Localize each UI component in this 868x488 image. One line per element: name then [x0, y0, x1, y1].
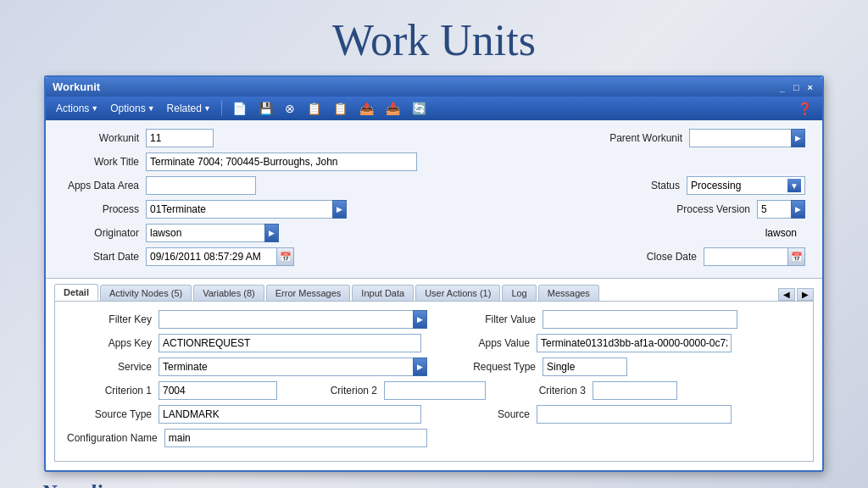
actions-label: Actions: [56, 103, 89, 114]
parent-workunit-label: Parent Workunit: [606, 132, 682, 144]
apps-data-area-input[interactable]: [146, 176, 256, 195]
new-icon[interactable]: 📄: [229, 100, 250, 117]
request-type-input[interactable]: [542, 358, 627, 376]
tab-input-data[interactable]: Input Data: [352, 285, 414, 301]
filter-key-arrow-btn[interactable]: ▶: [413, 310, 427, 329]
originator-input[interactable]: [146, 224, 264, 242]
export-icon[interactable]: 📤: [356, 100, 377, 117]
close-date-field: 📅: [704, 247, 805, 266]
help-icon[interactable]: ❓: [794, 100, 815, 117]
detail-row-apps: Apps Key Apps Value: [67, 334, 801, 352]
close-button[interactable]: ×: [805, 82, 815, 92]
options-menu[interactable]: Options ▼: [107, 101, 158, 116]
status-select[interactable]: Processing ▼: [687, 176, 805, 195]
filter-key-label: Filter Key: [67, 313, 152, 325]
copy-icon[interactable]: 📋: [303, 100, 325, 117]
request-type-label: Request Type: [451, 361, 536, 373]
actions-menu[interactable]: Actions ▼: [53, 101, 102, 116]
form-row-originator: Originator ▶ lawson: [63, 224, 805, 242]
save-icon[interactable]: 💾: [255, 100, 276, 117]
apps-key-input[interactable]: [159, 334, 421, 352]
tab-messages[interactable]: Messages: [538, 285, 599, 301]
nogalis-brand: NogalisInc: [41, 480, 142, 488]
apps-value-input[interactable]: [537, 334, 732, 352]
tab-user-actions[interactable]: User Actions (1): [415, 285, 500, 301]
tab-log[interactable]: Log: [502, 285, 536, 301]
tabs-bar: Detail Activity Nodes (5) Variables (8) …: [46, 278, 822, 301]
apps-value-label: Apps Value: [445, 337, 530, 349]
tab-error-messages[interactable]: Error Messages: [266, 285, 351, 301]
detail-row-service: Service ▶ Request Type: [67, 358, 801, 376]
detail-row-filter: Filter Key ▶ Filter Value: [67, 310, 801, 329]
form-row-work-title: Work Title: [63, 152, 805, 171]
close-date-calendar-icon[interactable]: 📅: [788, 247, 805, 266]
bottom-row: • NogalisInc: [0, 472, 868, 488]
paste-icon[interactable]: 📋: [330, 100, 351, 117]
window-title: Workunit: [53, 80, 100, 93]
refresh-icon[interactable]: 🔄: [409, 100, 430, 117]
process-version-input[interactable]: [757, 200, 791, 219]
service-field: ▶: [159, 358, 427, 376]
originator-arrow-btn[interactable]: ▶: [264, 224, 279, 242]
source-type-input[interactable]: [159, 405, 421, 424]
window-titlebar: Workunit _ □ ×: [46, 77, 822, 97]
config-name-label: Configuration Name: [67, 432, 158, 444]
nogalis-dot: •: [34, 485, 39, 489]
workunit-window: Workunit _ □ × Actions ▼ Options ▼ Relat…: [44, 75, 824, 472]
form-row-apps-status: Apps Data Area Status Processing ▼: [63, 176, 805, 195]
minimize-button[interactable]: _: [777, 82, 787, 92]
process-version-arrow-btn[interactable]: ▶: [791, 200, 805, 219]
nogalis-logo: • NogalisInc: [34, 480, 142, 488]
source-input[interactable]: [537, 405, 732, 424]
related-arrow-icon: ▼: [203, 104, 211, 113]
tab-nav-right-button[interactable]: ▶: [797, 288, 814, 301]
close-date-label: Close Date: [620, 251, 697, 263]
process-arrow-btn[interactable]: ▶: [332, 200, 347, 219]
service-input[interactable]: [159, 358, 413, 376]
tab-variables[interactable]: Variables (8): [193, 285, 264, 301]
toolbar: Actions ▼ Options ▼ Related ▼ 📄 💾 ⊗ 📋 📋 …: [46, 97, 822, 120]
criterion2-input[interactable]: [384, 381, 486, 400]
nogalis-text: Nogalis: [41, 480, 110, 488]
originator-label: Originator: [63, 227, 139, 239]
process-version-label: Process Version: [674, 203, 750, 215]
filter-value-input[interactable]: [542, 310, 737, 329]
tab-activity-nodes[interactable]: Activity Nodes (5): [100, 285, 192, 301]
tab-nav-left-button[interactable]: ◀: [778, 288, 795, 301]
tab-detail[interactable]: Detail: [54, 284, 98, 301]
source-label: Source: [445, 408, 530, 420]
process-input[interactable]: [146, 200, 332, 219]
status-arrow-icon: ▼: [787, 179, 801, 192]
criterion3-label: Criterion 3: [501, 385, 586, 396]
form-area: Workunit Parent Workunit ▶ Work Title Ap…: [46, 120, 822, 278]
workunit-input[interactable]: [146, 129, 214, 147]
form-row-process: Process ▶ Process Version ▶: [63, 200, 805, 219]
toolbar-separator-1: [221, 101, 222, 116]
detail-row-criteria: Criterion 1 Criterion 2 Criterion 3: [67, 381, 801, 400]
originator-right-value: lawson: [765, 227, 797, 239]
detail-area: Filter Key ▶ Filter Value Apps Key Apps …: [54, 301, 814, 462]
close-date-input[interactable]: [704, 247, 788, 266]
work-title-input[interactable]: [146, 152, 417, 171]
parent-workunit-input[interactable]: [689, 129, 791, 147]
filter-key-field: ▶: [159, 310, 427, 329]
related-menu[interactable]: Related ▼: [164, 101, 214, 116]
service-arrow-btn[interactable]: ▶: [413, 358, 427, 376]
import-icon[interactable]: 📥: [382, 100, 403, 117]
delete-icon[interactable]: ⊗: [281, 100, 298, 117]
start-date-calendar-icon[interactable]: 📅: [277, 247, 294, 266]
parent-workunit-arrow-btn[interactable]: ▶: [791, 129, 805, 147]
form-row-dates: Start Date 📅 Close Date 📅: [63, 247, 805, 266]
process-field: ▶: [146, 200, 347, 219]
tab-nav-buttons: ◀ ▶: [778, 288, 814, 301]
filter-key-input[interactable]: [159, 310, 413, 329]
start-date-input[interactable]: [146, 247, 277, 266]
process-label: Process: [63, 203, 139, 215]
process-version-field: ▶: [757, 200, 805, 219]
criterion3-input[interactable]: [593, 381, 677, 400]
criterion1-input[interactable]: [159, 381, 277, 400]
status-label: Status: [604, 180, 680, 191]
config-name-input[interactable]: [164, 429, 427, 447]
maximize-button[interactable]: □: [791, 82, 802, 92]
options-arrow-icon: ▼: [147, 104, 155, 113]
